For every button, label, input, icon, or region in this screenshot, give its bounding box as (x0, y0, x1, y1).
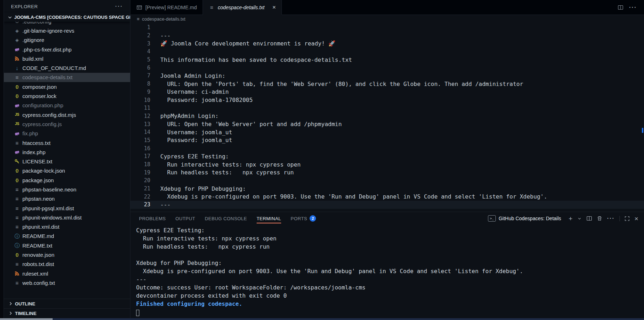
scrollbar-thumb[interactable] (0, 318, 53, 320)
section-label: TIMELINE (15, 311, 37, 316)
code-line-7[interactable]: 7Joomla Admin Login: (130, 72, 644, 80)
line-text: 🚀 Joomla Core development environment is… (160, 40, 336, 47)
code-line-2[interactable]: 2--- (130, 32, 644, 40)
file-row-renovate.json[interactable]: {}renovate.json (4, 250, 130, 259)
editor-more-icon[interactable]: ··· (629, 5, 637, 10)
file-row-web.config.txt[interactable]: ≡web.config.txt (4, 278, 130, 287)
file-row-codespace-details.txt[interactable]: ≡codespace-details.txt (4, 73, 130, 82)
code-line-16[interactable]: 16 (130, 144, 644, 152)
code-line-5[interactable]: 5This information has been saved to code… (130, 56, 644, 64)
file-row-phpunit.xml.dist[interactable]: ≡phpunit.xml.dist (4, 222, 130, 232)
code-line-13[interactable]: 13 URL: Open the 'Web Server' port and a… (130, 120, 644, 128)
sidebar-section-timeline[interactable]: TIMELINE (4, 308, 130, 318)
panel-tab-terminal[interactable]: TERMINAL (257, 212, 281, 225)
terminal-profile-chevron-icon[interactable] (577, 216, 582, 221)
code-editor[interactable]: 12---3🚀 Joomla Core development environm… (130, 23, 644, 212)
file-name: LICENSE.txt (22, 158, 52, 164)
file-row-composer.json[interactable]: {}composer.json (4, 82, 130, 91)
text-file-icon: ≡ (14, 224, 20, 229)
terminal-line-5: Xdebug for PHP Debugging: (136, 260, 644, 268)
split-editor-icon[interactable] (618, 5, 623, 10)
code-line-18[interactable]: 18 Run interactive tests: npx cypress op… (130, 161, 644, 169)
code-line-17[interactable]: 17Cypress E2E Testing: (130, 152, 644, 161)
code-line-6[interactable]: 6 (130, 64, 644, 72)
editor-tab--preview-readme.md[interactable]: [Preview] README.md (130, 0, 203, 15)
file-row-CODE_OF_CONDUCT.md[interactable]: ↓CODE_OF_CONDUCT.md (4, 63, 130, 72)
file-row-cypress.config.dist.mjs[interactable]: JScypress.config.dist.mjs (4, 110, 130, 119)
code-line-14[interactable]: 14 Username: joomla_ut (130, 128, 644, 136)
file-row-README.md[interactable]: ⓘREADME.md (4, 232, 130, 241)
text-file-icon: ≡ (209, 5, 215, 10)
line-number: 11 (130, 105, 150, 111)
file-row-phpstan.neon[interactable]: ≡phpstan.neon (4, 194, 130, 204)
file-name: composer.json (22, 84, 57, 90)
panel-more-icon[interactable]: ··· (607, 216, 615, 221)
code-line-21[interactable]: 21Xdebug for PHP Debugging: (130, 185, 644, 193)
panel-tab-debug-console[interactable]: DEBUG CONSOLE (205, 212, 247, 225)
code-line-11[interactable]: 11 (130, 104, 644, 112)
text-file-icon: ≡ (14, 187, 20, 192)
file-name: codespace-details.txt (22, 74, 73, 80)
line-text: --- (160, 201, 171, 208)
file-name: CODE_OF_CONDUCT.md (22, 65, 86, 71)
line-number: 12 (130, 113, 150, 119)
code-line-10[interactable]: 10 Password: joomla-17082005 (130, 96, 644, 104)
file-row-robots.txt.dist[interactable]: ≡robots.txt.dist (4, 260, 130, 269)
explorer-more-icon[interactable]: ··· (115, 3, 123, 10)
line-number: 1 (130, 24, 150, 31)
file-row-ruleset.xml[interactable]: ruleset.xml (4, 269, 130, 278)
markdown-icon: ↓ (14, 65, 20, 71)
file-row-phpunit-pgsql.xml.dist[interactable]: ≡phpunit-pgsql.xml.dist (4, 204, 130, 213)
file-row-phpstan-baseline.neon[interactable]: ≡phpstan-baseline.neon (4, 185, 130, 194)
file-row-configuration.php[interactable]: configuration.php (4, 101, 130, 110)
code-line-22[interactable]: 22 Xdebug is pre-configured on port 9003… (130, 192, 644, 201)
code-line-9[interactable]: 9 Username: ci-admin (130, 88, 644, 96)
code-line-3[interactable]: 3🚀 Joomla Core development environment i… (130, 39, 644, 48)
code-line-4[interactable]: 4 (130, 48, 644, 56)
panel-tab-output[interactable]: OUTPUT (175, 212, 195, 225)
file-row-.php-cs-fixer.dist.php[interactable]: .php-cs-fixer.dist.php (4, 45, 130, 54)
code-line-1[interactable]: 1 (130, 23, 644, 32)
close-tab-icon[interactable]: × (272, 4, 276, 10)
explorer-root-folder[interactable]: JOOMLA-CMS [CODESPACES: CAUTIOUS SPACE G… (4, 13, 130, 22)
file-row-package.json[interactable]: {}package.json (4, 175, 130, 185)
file-row-package-lock.json[interactable]: {}package-lock.json (4, 166, 130, 175)
file-row-cypress.config.js[interactable]: JScypress.config.js (4, 119, 130, 129)
file-row-.gitignore[interactable]: ◈.gitignore (4, 36, 130, 45)
horizontal-scrollbar[interactable] (0, 318, 644, 320)
editor-tab-codespace-details.txt[interactable]: ≡codespace-details.txt× (203, 0, 282, 15)
line-number: 6 (130, 65, 150, 71)
panel-tab-ports[interactable]: PORTS2 (291, 212, 316, 225)
file-row-composer.lock[interactable]: {}composer.lock (4, 91, 130, 101)
new-terminal-button[interactable]: + (569, 215, 573, 222)
sidebar-section-outline[interactable]: OUTLINE (4, 299, 130, 308)
code-line-8[interactable]: 8 URL: Open the 'Ports' tab, find the 'W… (130, 80, 644, 88)
file-row-phpunit-windows.xml.dist[interactable]: ≡phpunit-windows.xml.dist (4, 213, 130, 222)
code-line-15[interactable]: 15 Password: joomla_ut (130, 136, 644, 145)
terminal-session-item[interactable]: >_ GitHub Codespaces: Details (488, 215, 561, 222)
terminal-session-label: GitHub Codespaces: Details (499, 216, 561, 221)
code-line-20[interactable]: 20 (130, 177, 644, 185)
line-text: Password: joomla_ut (160, 137, 232, 143)
file-row-.git-blame-ignore-revs[interactable]: ◈.git-blame-ignore-revs (4, 26, 130, 35)
file-name: phpstan-baseline.neon (22, 186, 76, 192)
code-line-23[interactable]: 23--- (130, 201, 644, 209)
line-number: 22 (130, 194, 150, 200)
terminal-line-6: Xdebug is pre-configured on port 9003. U… (136, 268, 644, 276)
line-text: --- (160, 32, 171, 39)
file-row-LICENSE.txt[interactable]: LICENSE.txt (4, 157, 130, 166)
terminal-output[interactable]: Cypress E2E Testing: Run interactive tes… (130, 225, 644, 320)
file-row-fix.php[interactable]: fix.php (4, 129, 130, 138)
code-line-12[interactable]: 12phpMyAdmin Login: (130, 112, 644, 120)
file-row-htaccess.txt[interactable]: ≡htaccess.txt (4, 138, 130, 147)
file-row-index.php[interactable]: index.php (4, 147, 130, 157)
breadcrumb[interactable]: ≡ codespace-details.txt (130, 15, 644, 23)
file-row-build.xml[interactable]: build.xml (4, 54, 130, 63)
maximize-panel-icon[interactable] (624, 216, 630, 221)
close-panel-icon[interactable]: × (634, 215, 638, 222)
panel-tab-problems[interactable]: PROBLEMS (139, 212, 166, 225)
code-line-19[interactable]: 19 Run headless tests: npx cypress run (130, 168, 644, 177)
kill-terminal-icon[interactable] (597, 216, 602, 221)
split-terminal-icon[interactable] (586, 216, 592, 221)
file-row-README.txt[interactable]: ⓘREADME.txt (4, 241, 130, 250)
